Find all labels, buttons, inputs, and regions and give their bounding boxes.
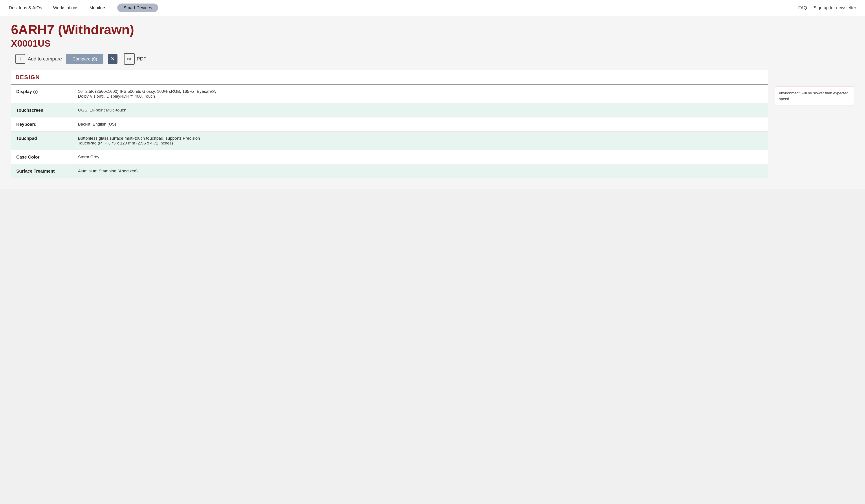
pdf-button[interactable]: PDF PDF	[124, 53, 147, 65]
pdf-label: PDF	[137, 56, 147, 62]
table-row: Surface TreatmentAluminium Stamping (Ano…	[11, 164, 768, 178]
spec-label: Surface Treatment	[11, 164, 72, 178]
nav-signup[interactable]: Sign up for newsletter	[814, 5, 856, 10]
table-row: Case ColorStorm Grey	[11, 150, 768, 164]
spec-value: Storm Grey	[72, 150, 768, 164]
nav-workstations[interactable]: Workstations	[53, 4, 78, 11]
main-content: 6ARH7 (Withdrawn) X0001US + Add to compa…	[0, 16, 865, 189]
action-bar: + Add to compare Compare (0) ✕ PDF PDF	[11, 53, 854, 65]
close-compare-button[interactable]: ✕	[108, 54, 117, 64]
add-compare-label: Add to compare	[28, 56, 62, 62]
navbar: Desktops & AIOs Workstations Monitors Sm…	[0, 0, 865, 16]
product-title: 6ARH7 (Withdrawn)	[11, 22, 854, 37]
section-title: DESIGN	[15, 74, 40, 81]
specs-table: Displayi16" 2.5K (2560x1600) IPS 500nits…	[11, 85, 768, 178]
spec-value: OGS, 10-point Multi-touch	[72, 103, 768, 117]
nav-monitors[interactable]: Monitors	[89, 4, 106, 11]
spec-value: Buttonless glass surface multi-touch tou…	[72, 131, 768, 150]
compare-button[interactable]: Compare (0)	[66, 54, 103, 64]
right-note: environment, will be slower than expecte…	[775, 86, 854, 106]
nav-smart-devices[interactable]: Smart Devices	[117, 3, 158, 12]
table-row: Displayi16" 2.5K (2560x1600) IPS 500nits…	[11, 85, 768, 103]
spec-value: 16" 2.5K (2560x1600) IPS 500nits Glossy,…	[72, 85, 768, 103]
table-row: TouchscreenOGS, 10-point Multi-touch	[11, 103, 768, 117]
nav-desktops[interactable]: Desktops & AIOs	[9, 4, 42, 11]
table-row: TouchpadButtonless glass surface multi-t…	[11, 131, 768, 150]
info-icon[interactable]: i	[33, 90, 38, 94]
spec-label: Keyboard	[11, 117, 72, 131]
pdf-icon: PDF	[124, 53, 135, 65]
spec-label: Touchpad	[11, 131, 72, 150]
design-section-header: DESIGN	[11, 70, 768, 85]
table-row: KeyboardBacklit, English (US)	[11, 117, 768, 131]
add-to-compare-button[interactable]: + Add to compare	[15, 54, 62, 64]
spec-value: Aluminium Stamping (Anodized)	[72, 164, 768, 178]
spec-value: Backlit, English (US)	[72, 117, 768, 131]
right-note-text: environment, will be slower than expecte…	[779, 91, 849, 101]
nav-right: FAQ Sign up for newsletter	[798, 5, 856, 10]
product-title-section: 6ARH7 (Withdrawn) X0001US	[11, 22, 854, 49]
spec-label: Case Color	[11, 150, 72, 164]
product-subtitle: X0001US	[11, 38, 854, 49]
spec-label: Touchscreen	[11, 103, 72, 117]
add-compare-icon: +	[15, 54, 25, 64]
nav-faq[interactable]: FAQ	[798, 5, 807, 10]
nav-items: Desktops & AIOs Workstations Monitors Sm…	[9, 3, 158, 12]
spec-label: Displayi	[11, 85, 72, 103]
main-specs-area: DESIGN Displayi16" 2.5K (2560x1600) IPS …	[11, 70, 768, 178]
